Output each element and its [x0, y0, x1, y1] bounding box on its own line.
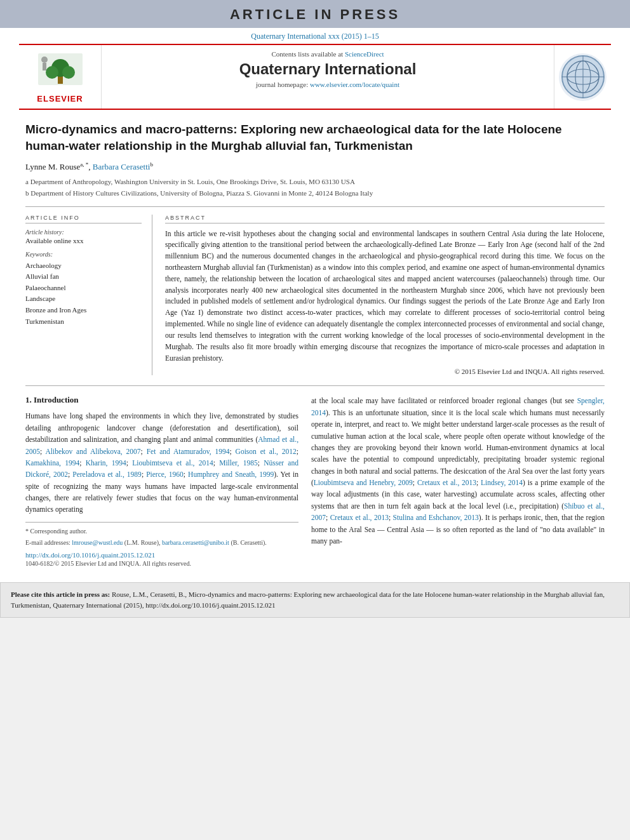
footnote-section: * Corresponding author. E-mail addresses…: [25, 522, 298, 567]
keywords-section: Keywords: Archaeology Alluvial fan Palae…: [25, 251, 142, 328]
keyword-bronze-iron: Bronze and Iron Ages: [25, 305, 142, 316]
svg-point-5: [41, 57, 48, 63]
keyword-palaeochannel: Palaeochannel: [25, 283, 142, 294]
issn-line: 1040-6182/© 2015 Elsevier Ltd and INQUA.…: [25, 560, 298, 567]
ref-cretaux2013[interactable]: Cretaux et al., 2013: [417, 479, 476, 486]
page-wrapper: ARTICLE IN PRESS Quaternary Internationa…: [0, 0, 630, 618]
journal-emblem-icon: [561, 55, 605, 99]
doi-text: http://dx.doi.org/10.1016/j.quaint.2015.…: [25, 551, 155, 559]
ref-lioubimtseva2014[interactable]: Lioubimtseva et al., 2014: [132, 459, 213, 467]
body-left-col: 1. Introduction Humans have long shaped …: [25, 395, 298, 567]
journal-header: ELSEVIER Contents lists available at Sci…: [19, 44, 611, 110]
intro-number: 1.: [25, 395, 32, 404]
journal-citation-text: Quaternary International xxx (2015) 1–15: [251, 32, 379, 41]
email-label: E-mail addresses:: [25, 539, 70, 546]
corresponding-label: * Corresponding author.: [25, 528, 87, 535]
journal-header-center: Contents lists available at ScienceDirec…: [102, 45, 554, 109]
journal-logo-icon: [559, 53, 607, 101]
svg-point-3: [46, 66, 58, 79]
please-cite-label: Please cite this article in press as:: [11, 590, 110, 598]
contents-text: Contents lists available at: [271, 50, 343, 58]
ref-kamakhina1994[interactable]: Kamakhina, 1994: [25, 459, 79, 467]
article-history-label: Article history:: [25, 229, 142, 236]
intro-paragraph2: at the local scale may have facilitated …: [311, 395, 605, 547]
intro-paragraph1: Humans have long shaped the environments…: [25, 410, 298, 516]
ref-stulina2013[interactable]: Stulina and Eshchanov, 2013: [393, 514, 479, 521]
ref-alibekov2007[interactable]: Alibekov and Alibekova, 2007: [45, 448, 140, 455]
article-title: Micro-dynamics and macro-patterns: Explo…: [25, 121, 605, 154]
journal-citation: Quaternary International xxx (2015) 1–15: [0, 28, 630, 44]
abstract-title: ABSTRACT: [165, 215, 605, 223]
corresponding-author-note: * Corresponding author.: [25, 526, 298, 536]
body-right-col: at the local scale may have facilitated …: [311, 395, 605, 567]
keyword-alluvial: Alluvial fan: [25, 271, 142, 283]
journal-header-right: [554, 45, 611, 109]
journal-name-display: Quaternary International: [108, 60, 547, 78]
email-footnote: E-mail addresses: lmrouse@wustl.edu (L.M…: [25, 538, 298, 547]
ref-lioubimtseva2009[interactable]: Lioubimtseva and Henebry, 2009: [314, 479, 413, 486]
email1-link[interactable]: lmrouse@wustl.edu: [72, 539, 123, 546]
main-content: Micro-dynamics and macro-patterns: Explo…: [0, 110, 630, 573]
affil-a-text: a Department of Anthropology, Washington…: [25, 177, 355, 187]
ref-kharin1994[interactable]: Kharin, 1994: [86, 459, 126, 467]
keywords-title: Keywords:: [25, 251, 142, 258]
email2-link[interactable]: barbara.cerasetti@unibo.it: [162, 539, 229, 546]
ref-miller1985[interactable]: Miller, 1985: [219, 459, 257, 467]
journal-header-left: ELSEVIER: [19, 45, 102, 109]
ref-spengler2014[interactable]: Spengler, 2014: [311, 397, 605, 416]
author1-name: Lynne M. Rouse: [25, 163, 80, 172]
bottom-citation-bar: Please cite this article in press as: Ro…: [0, 582, 630, 618]
doi-line[interactable]: http://dx.doi.org/10.1016/j.quaint.2015.…: [25, 551, 298, 559]
article-info-col: ARTICLE INFO Article history: Available …: [25, 215, 152, 376]
email1-name: (L.M. Rouse),: [124, 539, 161, 546]
ref-humphrey1999[interactable]: Humphrey and Sneath, 1999: [188, 470, 274, 478]
ref-lindsey2014[interactable]: Lindsey, 2014: [481, 479, 523, 486]
svg-rect-6: [43, 63, 46, 70]
available-online: Available online xxx: [25, 237, 142, 244]
abstract-copyright: © 2015 Elsevier Ltd and INQUA. All right…: [165, 368, 605, 375]
elsevier-label: ELSEVIER: [37, 94, 83, 103]
intro-title: Introduction: [34, 395, 79, 404]
abstract-col: ABSTRACT In this article we re-visit hyp…: [165, 215, 605, 376]
elsevier-logo: ELSEVIER: [35, 50, 86, 103]
ref-pierce1960[interactable]: Pierce, 1960: [146, 470, 184, 478]
author2-name: Barbara Cerasetti: [93, 163, 151, 172]
intro-heading: 1. Introduction: [25, 395, 298, 405]
ref-goison2012[interactable]: Goison et al., 2012: [236, 448, 297, 455]
abstract-text: In this article we re-visit hypotheses a…: [165, 229, 605, 364]
affil-b: b Department of History Cultures Civiliz…: [25, 188, 605, 199]
journal-homepage-line: journal homepage: www.elsevier.com/locat…: [108, 81, 547, 88]
body-section: 1. Introduction Humans have long shaped …: [25, 385, 605, 567]
keyword-landscape: Landscape: [25, 293, 142, 305]
banner-text: ARTICLE IN PRESS: [230, 6, 400, 22]
keyword-archaeology: Archaeology: [25, 260, 142, 272]
ref-pereladova1989[interactable]: Pereladova et al., 1989: [72, 470, 142, 478]
affil-b-text: b Department of History Cultures Civiliz…: [25, 188, 373, 199]
sciencedirect-line: Contents lists available at ScienceDirec…: [108, 50, 547, 58]
elsevier-tree-icon: [35, 50, 86, 91]
issn-text: 1040-6182/© 2015 Elsevier Ltd and INQUA.…: [25, 560, 191, 567]
keyword-turkmenistan: Turkmenistan: [25, 316, 142, 328]
email2-name: (B. Cerasetti).: [231, 539, 266, 546]
article-in-press-banner: ARTICLE IN PRESS: [0, 0, 630, 28]
author1-sup: a, *: [80, 161, 88, 168]
ref-cretaux2013b[interactable]: Cretaux et al., 2013: [330, 514, 389, 521]
homepage-label: journal homepage:: [256, 81, 308, 88]
sciencedirect-link[interactable]: ScienceDirect: [345, 50, 384, 58]
affil-a: a Department of Anthropology, Washington…: [25, 177, 605, 187]
article-info-abstract-section: ARTICLE INFO Article history: Available …: [25, 206, 605, 376]
homepage-link[interactable]: www.elsevier.com/locate/quaint: [310, 81, 399, 88]
affiliations: a Department of Anthropology, Washington…: [25, 177, 605, 199]
author2-sup: b: [150, 161, 153, 168]
authors: Lynne M. Rousea, *, Barbara Cerasettib: [25, 161, 605, 172]
ref-fet1994[interactable]: Fet and Atamuradov, 1994: [147, 448, 230, 455]
svg-point-4: [62, 66, 75, 79]
article-info-title: ARTICLE INFO: [25, 215, 142, 223]
